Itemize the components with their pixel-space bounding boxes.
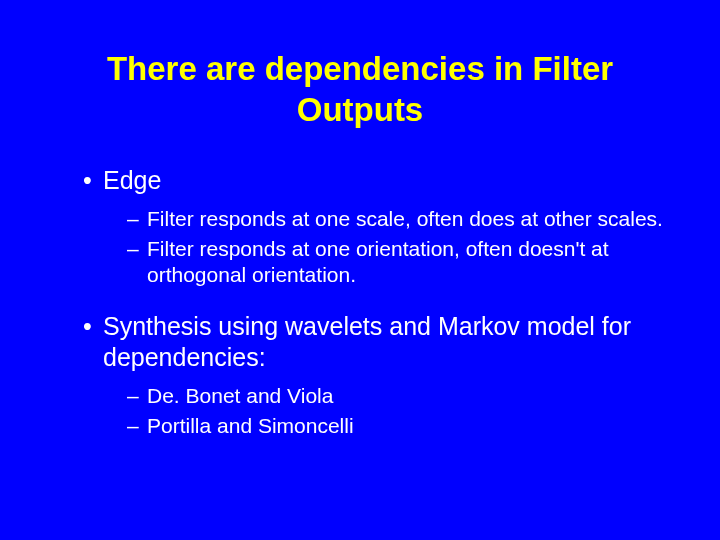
slide: There are dependencies in Filter Outputs… — [0, 0, 720, 540]
bullet-dot-icon: • — [83, 311, 103, 342]
bullet-dash-icon: – — [127, 206, 147, 232]
bullet-level2: –Filter responds at one orientation, oft… — [127, 236, 665, 289]
bullet-level1: •Edge — [83, 165, 665, 196]
bullet-text: Filter responds at one orientation, ofte… — [147, 237, 609, 286]
bullet-text: Filter responds at one scale, often does… — [147, 207, 663, 230]
bullet-text: De. Bonet and Viola — [147, 384, 333, 407]
bullet-text: Portilla and Simoncelli — [147, 414, 354, 437]
bullet-level2: –Portilla and Simoncelli — [127, 413, 665, 439]
bullet-level1: •Synthesis using wavelets and Markov mod… — [83, 311, 665, 374]
bullet-dash-icon: – — [127, 413, 147, 439]
bullet-level2: –De. Bonet and Viola — [127, 383, 665, 409]
slide-title: There are dependencies in Filter Outputs — [55, 48, 665, 131]
bullet-dash-icon: – — [127, 236, 147, 262]
bullet-dot-icon: • — [83, 165, 103, 196]
bullet-text: Edge — [103, 166, 161, 194]
bullet-group: •Edge –Filter responds at one scale, oft… — [55, 165, 665, 289]
bullet-dash-icon: – — [127, 383, 147, 409]
bullet-group: •Synthesis using wavelets and Markov mod… — [55, 311, 665, 440]
bullet-level2: –Filter responds at one scale, often doe… — [127, 206, 665, 232]
bullet-text: Synthesis using wavelets and Markov mode… — [103, 312, 631, 371]
